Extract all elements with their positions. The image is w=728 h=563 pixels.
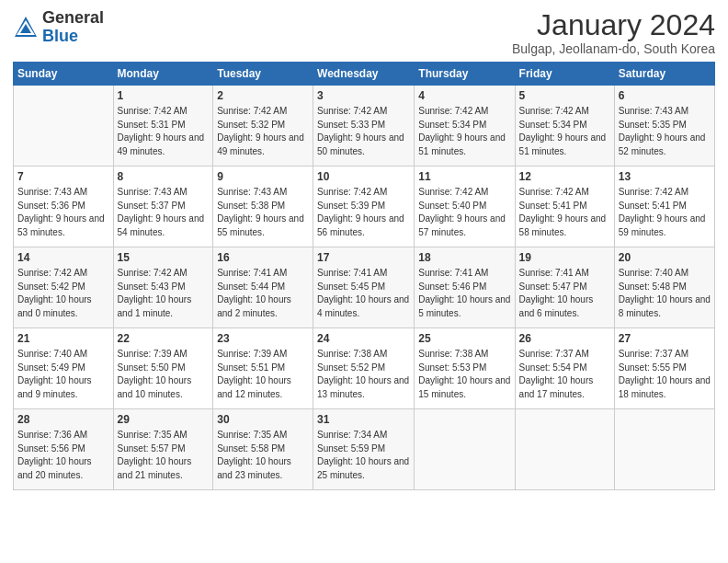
day-number: 13	[619, 169, 711, 184]
cell-info: Sunrise: 7:39 AMSunset: 5:50 PMDaylight:…	[118, 349, 192, 399]
calendar-cell: 31Sunrise: 7:34 AMSunset: 5:59 PMDayligh…	[313, 409, 415, 490]
logo-general-text: General	[42, 9, 104, 28]
calendar-cell: 2Sunrise: 7:42 AMSunset: 5:32 PMDaylight…	[213, 86, 313, 167]
day-number: 14	[17, 250, 109, 265]
day-number: 2	[217, 88, 309, 103]
calendar-week-1: 1Sunrise: 7:42 AMSunset: 5:31 PMDaylight…	[14, 86, 715, 167]
day-number: 5	[519, 88, 610, 103]
day-number: 18	[418, 250, 510, 265]
calendar-cell: 20Sunrise: 7:40 AMSunset: 5:48 PMDayligh…	[614, 247, 714, 328]
calendar-cell	[415, 409, 515, 490]
header: General Blue January 2024 Bulgap, Jeolla…	[13, 9, 715, 56]
day-number: 1	[118, 88, 210, 103]
col-thursday: Thursday	[415, 63, 515, 86]
calendar-cell: 11Sunrise: 7:42 AMSunset: 5:40 PMDayligh…	[415, 167, 515, 247]
calendar-cell: 21Sunrise: 7:40 AMSunset: 5:49 PMDayligh…	[14, 328, 114, 409]
calendar-cell: 6Sunrise: 7:43 AMSunset: 5:35 PMDaylight…	[614, 86, 714, 167]
calendar-cell: 19Sunrise: 7:41 AMSunset: 5:47 PMDayligh…	[515, 247, 614, 328]
day-number: 17	[317, 250, 410, 265]
day-number: 26	[519, 331, 610, 346]
calendar-cell: 3Sunrise: 7:42 AMSunset: 5:33 PMDaylight…	[313, 86, 415, 167]
cell-info: Sunrise: 7:42 AMSunset: 5:40 PMDaylight:…	[418, 187, 506, 237]
cell-info: Sunrise: 7:43 AMSunset: 5:36 PMDaylight:…	[17, 187, 105, 237]
calendar-week-5: 28Sunrise: 7:36 AMSunset: 5:56 PMDayligh…	[14, 409, 715, 490]
calendar-cell: 30Sunrise: 7:35 AMSunset: 5:58 PMDayligh…	[213, 409, 313, 490]
logo: General Blue	[13, 9, 104, 46]
col-tuesday: Tuesday	[213, 63, 313, 86]
day-number: 15	[118, 250, 210, 265]
calendar-week-4: 21Sunrise: 7:40 AMSunset: 5:49 PMDayligh…	[14, 328, 715, 409]
calendar-cell: 5Sunrise: 7:42 AMSunset: 5:34 PMDaylight…	[515, 86, 614, 167]
calendar-cell: 14Sunrise: 7:42 AMSunset: 5:42 PMDayligh…	[14, 247, 114, 328]
day-number: 24	[317, 331, 410, 346]
col-friday: Friday	[515, 63, 614, 86]
cell-info: Sunrise: 7:40 AMSunset: 5:49 PMDaylight:…	[17, 349, 92, 399]
cell-info: Sunrise: 7:41 AMSunset: 5:47 PMDaylight:…	[519, 268, 594, 318]
day-number: 7	[17, 169, 109, 184]
calendar-cell: 28Sunrise: 7:36 AMSunset: 5:56 PMDayligh…	[14, 409, 114, 490]
cell-info: Sunrise: 7:42 AMSunset: 5:42 PMDaylight:…	[17, 268, 92, 318]
cell-info: Sunrise: 7:42 AMSunset: 5:43 PMDaylight:…	[118, 268, 192, 318]
calendar-cell: 27Sunrise: 7:37 AMSunset: 5:55 PMDayligh…	[614, 328, 714, 409]
calendar-cell	[614, 409, 714, 490]
cell-info: Sunrise: 7:42 AMSunset: 5:33 PMDaylight:…	[317, 106, 404, 156]
col-saturday: Saturday	[614, 63, 714, 86]
calendar-cell	[515, 409, 614, 490]
calendar-cell: 9Sunrise: 7:43 AMSunset: 5:38 PMDaylight…	[213, 167, 313, 247]
cell-info: Sunrise: 7:35 AMSunset: 5:58 PMDaylight:…	[217, 430, 291, 480]
col-wednesday: Wednesday	[313, 63, 415, 86]
calendar-cell: 15Sunrise: 7:42 AMSunset: 5:43 PMDayligh…	[113, 247, 213, 328]
calendar-header: Sunday Monday Tuesday Wednesday Thursday…	[14, 63, 715, 86]
day-number: 11	[418, 169, 510, 184]
header-row: Sunday Monday Tuesday Wednesday Thursday…	[14, 63, 715, 86]
cell-info: Sunrise: 7:34 AMSunset: 5:59 PMDaylight:…	[317, 430, 409, 480]
calendar-week-2: 7Sunrise: 7:43 AMSunset: 5:36 PMDaylight…	[14, 167, 715, 247]
title-block: January 2024 Bulgap, Jeollanam-do, South…	[512, 9, 715, 56]
col-monday: Monday	[113, 63, 213, 86]
cell-info: Sunrise: 7:41 AMSunset: 5:44 PMDaylight:…	[217, 268, 291, 318]
day-number: 25	[418, 331, 510, 346]
calendar-cell: 1Sunrise: 7:42 AMSunset: 5:31 PMDaylight…	[113, 86, 213, 167]
day-number: 12	[519, 169, 610, 184]
cell-info: Sunrise: 7:35 AMSunset: 5:57 PMDaylight:…	[118, 430, 192, 480]
day-number: 19	[519, 250, 610, 265]
calendar-cell: 18Sunrise: 7:41 AMSunset: 5:46 PMDayligh…	[415, 247, 515, 328]
calendar-cell: 7Sunrise: 7:43 AMSunset: 5:36 PMDaylight…	[14, 167, 114, 247]
day-number: 4	[418, 88, 510, 103]
page-subtitle: Bulgap, Jeollanam-do, South Korea	[512, 41, 715, 56]
cell-info: Sunrise: 7:41 AMSunset: 5:46 PMDaylight:…	[418, 268, 510, 318]
cell-info: Sunrise: 7:42 AMSunset: 5:34 PMDaylight:…	[519, 106, 607, 156]
cell-info: Sunrise: 7:43 AMSunset: 5:37 PMDaylight:…	[118, 187, 205, 237]
calendar-cell: 8Sunrise: 7:43 AMSunset: 5:37 PMDaylight…	[113, 167, 213, 247]
cell-info: Sunrise: 7:43 AMSunset: 5:35 PMDaylight:…	[619, 106, 706, 156]
day-number: 10	[317, 169, 410, 184]
calendar-cell: 4Sunrise: 7:42 AMSunset: 5:34 PMDaylight…	[415, 86, 515, 167]
cell-info: Sunrise: 7:42 AMSunset: 5:41 PMDaylight:…	[619, 187, 706, 237]
cell-info: Sunrise: 7:43 AMSunset: 5:38 PMDaylight:…	[217, 187, 304, 237]
cell-info: Sunrise: 7:40 AMSunset: 5:48 PMDaylight:…	[619, 268, 711, 318]
day-number: 6	[619, 88, 711, 103]
page-title: January 2024	[512, 9, 715, 41]
cell-info: Sunrise: 7:38 AMSunset: 5:53 PMDaylight:…	[418, 349, 510, 399]
calendar-cell	[14, 86, 114, 167]
day-number: 16	[217, 250, 309, 265]
cell-info: Sunrise: 7:38 AMSunset: 5:52 PMDaylight:…	[317, 349, 409, 399]
cell-info: Sunrise: 7:36 AMSunset: 5:56 PMDaylight:…	[17, 430, 92, 480]
cell-info: Sunrise: 7:37 AMSunset: 5:54 PMDaylight:…	[519, 349, 594, 399]
calendar-cell: 16Sunrise: 7:41 AMSunset: 5:44 PMDayligh…	[213, 247, 313, 328]
cell-info: Sunrise: 7:39 AMSunset: 5:51 PMDaylight:…	[217, 349, 291, 399]
cell-info: Sunrise: 7:42 AMSunset: 5:39 PMDaylight:…	[317, 187, 404, 237]
day-number: 9	[217, 169, 309, 184]
col-sunday: Sunday	[14, 63, 114, 86]
day-number: 29	[118, 412, 210, 427]
day-number: 22	[118, 331, 210, 346]
calendar-cell: 29Sunrise: 7:35 AMSunset: 5:57 PMDayligh…	[113, 409, 213, 490]
calendar-cell: 12Sunrise: 7:42 AMSunset: 5:41 PMDayligh…	[515, 167, 614, 247]
calendar-week-3: 14Sunrise: 7:42 AMSunset: 5:42 PMDayligh…	[14, 247, 715, 328]
calendar-cell: 26Sunrise: 7:37 AMSunset: 5:54 PMDayligh…	[515, 328, 614, 409]
day-number: 31	[317, 412, 410, 427]
cell-info: Sunrise: 7:37 AMSunset: 5:55 PMDaylight:…	[619, 349, 711, 399]
calendar-cell: 10Sunrise: 7:42 AMSunset: 5:39 PMDayligh…	[313, 167, 415, 247]
calendar-cell: 22Sunrise: 7:39 AMSunset: 5:50 PMDayligh…	[113, 328, 213, 409]
calendar-table: Sunday Monday Tuesday Wednesday Thursday…	[13, 62, 715, 490]
